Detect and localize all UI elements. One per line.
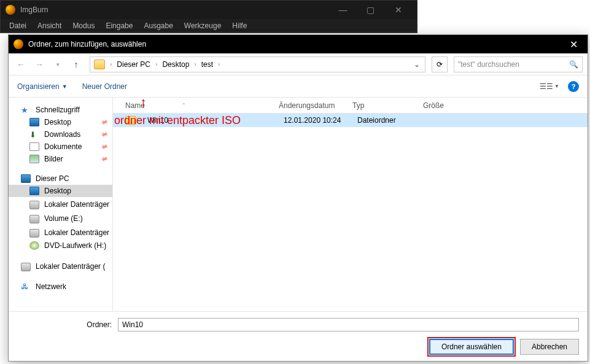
chevron-right-icon[interactable]: › <box>107 61 114 68</box>
view-mode-button[interactable]: ☰☰ ▼ <box>540 82 559 91</box>
menu-output[interactable]: Ausgabe <box>139 20 177 31</box>
imgburn-titlebar[interactable]: ImgBurn — ▢ ✕ <box>1 1 417 19</box>
crumb-this-pc[interactable]: Dieser PC <box>114 59 153 70</box>
menu-mode[interactable]: Modus <box>68 20 99 31</box>
menu-input[interactable]: Eingabe <box>101 20 138 31</box>
drive-icon <box>29 229 39 238</box>
dialog-close-button[interactable]: ✕ <box>560 35 588 53</box>
dialog-footer: Ordner: Ordner auswählen Abbrechen <box>9 311 588 361</box>
drive-icon <box>29 215 39 223</box>
chevron-right-icon[interactable]: › <box>192 61 198 68</box>
file-row-win10[interactable]: Win10 12.01.2020 10:24 Dateiordner <box>113 114 588 127</box>
pictures-icon <box>29 155 39 163</box>
sidebar-item-desktop[interactable]: Desktop <box>9 116 112 128</box>
nav-back-button[interactable]: ← <box>14 57 28 72</box>
sidebar-item-downloads[interactable]: ⬇ Downloads <box>9 128 112 141</box>
new-folder-button[interactable]: Neuer Ordner <box>82 82 127 91</box>
pc-icon <box>21 174 31 183</box>
help-button[interactable]: ? <box>568 81 579 92</box>
folder-icon <box>125 116 136 125</box>
chevron-right-icon[interactable]: › <box>153 61 160 68</box>
document-icon <box>29 142 39 151</box>
chevron-right-icon[interactable]: › <box>215 61 222 68</box>
sidebar-item-network[interactable]: 🖧 Netzwerk <box>9 281 112 293</box>
sidebar-item-local-disk-2[interactable]: Lokaler Datenträger <box>9 225 112 239</box>
imgburn-menubar: Datei Ansicht Modus Eingabe Ausgabe Werk… <box>1 19 417 33</box>
close-button[interactable]: ✕ <box>384 1 412 19</box>
sidebar-item-desktop-pc[interactable]: Desktop <box>9 185 112 197</box>
column-header-type[interactable]: Typ <box>346 101 417 110</box>
folder-icon <box>94 60 105 69</box>
imgburn-app-icon <box>6 5 15 15</box>
network-icon: 🖧 <box>21 282 31 291</box>
crumb-test[interactable]: test <box>199 59 215 70</box>
chevron-down-icon: ▼ <box>554 83 559 89</box>
sidebar-item-volume-e[interactable]: Volume (E:) <box>9 211 112 225</box>
view-icon: ☰☰ <box>540 82 553 91</box>
desktop-icon <box>29 187 39 195</box>
folder-name-input[interactable] <box>118 318 579 331</box>
dialog-toolbar: Organisieren ▼ Neuer Ordner ☰☰ ▼ ? <box>9 76 588 98</box>
file-list-header: Name ⌃ Änderungsdatum Typ Größe <box>113 98 588 114</box>
address-breadcrumb[interactable]: › Dieser PC › Desktop › test › ⌄ <box>90 56 425 72</box>
chevron-down-icon: ▼ <box>62 83 68 90</box>
column-header-size[interactable]: Größe <box>417 101 472 110</box>
refresh-button[interactable]: ⟳ <box>432 56 448 72</box>
search-icon[interactable]: 🔍 <box>569 60 578 69</box>
search-input[interactable]: "test" durchsuchen 🔍 <box>454 56 583 72</box>
address-history-dropdown[interactable]: ⌄ <box>410 60 424 69</box>
search-placeholder: "test" durchsuchen <box>458 60 519 69</box>
sidebar-item-dvd-drive[interactable]: DVD-Laufwerk (H:) <box>9 239 112 252</box>
desktop-icon <box>29 118 39 126</box>
drive-icon <box>29 201 39 209</box>
select-folder-button[interactable]: Ordner auswählen <box>429 339 514 355</box>
folder-select-dialog: Ordner, zum hinzufügen, auswählen ✕ ← → … <box>8 34 588 362</box>
dialog-app-icon <box>14 39 23 49</box>
file-list: Name ⌃ Änderungsdatum Typ Größe Win10 12… <box>113 98 588 311</box>
maximize-button[interactable]: ▢ <box>357 1 384 19</box>
nav-up-button[interactable]: ↑ <box>69 57 83 72</box>
menu-tools[interactable]: Werkzeuge <box>179 20 226 31</box>
navigation-sidebar: ★ Schnellzugriff Desktop ⬇ Downloads Dok… <box>9 98 113 311</box>
cancel-button[interactable]: Abbrechen <box>520 339 579 355</box>
star-icon: ★ <box>21 106 31 114</box>
organize-button[interactable]: Organisieren ▼ <box>17 82 68 91</box>
dialog-title: Ordner, zum hinzufügen, auswählen <box>28 40 560 48</box>
sort-ascending-icon: ⌃ <box>182 103 186 108</box>
minimize-button[interactable]: — <box>329 1 357 19</box>
download-icon: ⬇ <box>29 130 39 139</box>
cell-date: 12.01.2020 10:24 <box>278 116 351 125</box>
sidebar-item-quick-access[interactable]: ★ Schnellzugriff <box>9 104 112 116</box>
imgburn-title: ImgBurn <box>20 6 329 14</box>
crumb-desktop[interactable]: Desktop <box>160 59 192 70</box>
sidebar-item-this-pc[interactable]: Dieser PC <box>9 172 112 185</box>
dialog-titlebar[interactable]: Ordner, zum hinzufügen, auswählen ✕ <box>9 35 588 53</box>
drive-icon <box>21 263 31 271</box>
sidebar-item-local-disk-3[interactable]: Lokaler Datenträger ( <box>9 259 112 273</box>
menu-help[interactable]: Hilfe <box>227 20 252 31</box>
imgburn-main-window: ImgBurn — ▢ ✕ Datei Ansicht Modus Eingab… <box>0 0 417 33</box>
dvd-icon <box>29 241 39 250</box>
nav-recent-dropdown[interactable]: ▾ <box>50 57 65 72</box>
menu-file[interactable]: Datei <box>4 20 31 31</box>
cell-name: Win10 <box>141 116 278 125</box>
column-header-name[interactable]: Name ⌃ <box>113 101 273 110</box>
menu-view[interactable]: Ansicht <box>33 20 66 31</box>
cell-type: Dateiordner <box>351 116 422 125</box>
sidebar-item-pictures[interactable]: Bilder <box>9 153 112 165</box>
column-header-date[interactable]: Änderungsdatum <box>273 101 346 110</box>
sidebar-item-documents[interactable]: Dokumente <box>9 141 112 153</box>
dialog-navbar: ← → ▾ ↑ › Dieser PC › Desktop › test › ⌄… <box>9 53 588 76</box>
folder-field-label: Ordner: <box>17 320 112 329</box>
sidebar-item-local-disk[interactable]: Lokaler Datenträger <box>9 197 112 211</box>
nav-forward-button[interactable]: → <box>32 57 47 72</box>
